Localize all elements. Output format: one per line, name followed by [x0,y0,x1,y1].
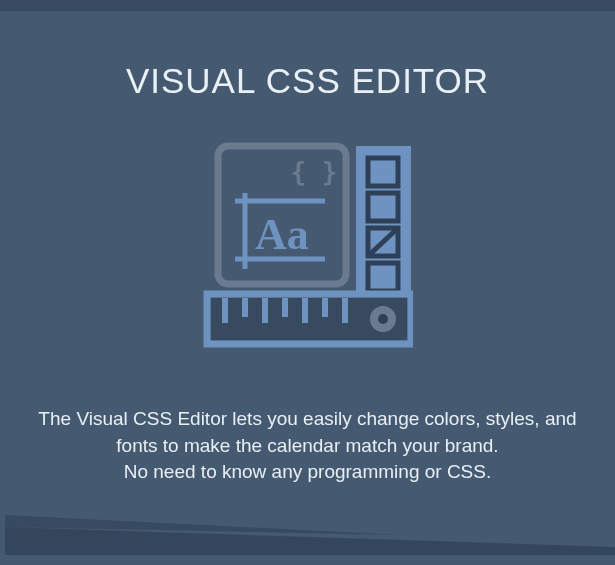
top-bar [0,0,615,11]
feature-description: The Visual CSS Editor lets you easily ch… [38,406,578,486]
feature-card: VISUAL CSS EDITOR { } Aa [0,11,615,546]
description-line-1: The Visual CSS Editor lets you easily ch… [38,408,576,456]
css-editor-illustration-icon: { } Aa [30,141,585,351]
svg-text:Aa: Aa [255,210,309,259]
svg-text:{ }: { } [290,157,337,187]
feature-title: VISUAL CSS EDITOR [30,61,585,101]
svg-point-22 [378,314,388,324]
description-line-2: No need to know any programming or CSS. [124,461,492,482]
footer-wedge [0,515,615,555]
